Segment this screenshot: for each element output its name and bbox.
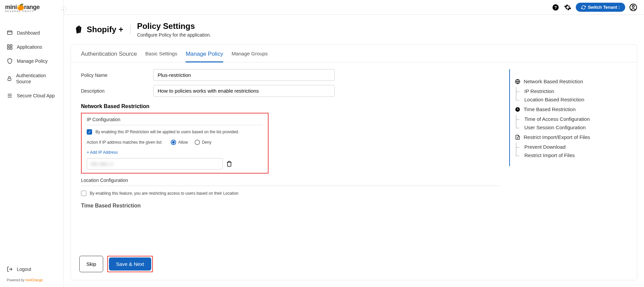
tab-manage-policy[interactable]: Manage Policy [186, 51, 223, 62]
svg-text:?: ? [554, 5, 557, 10]
side-nav-ip-restriction[interactable]: IP Restriction [519, 87, 630, 95]
ip-enable-text: By enabling this IP Restriction will be … [95, 130, 239, 134]
page-title: Policy Settings [137, 21, 211, 31]
side-nav-time-access[interactable]: Time of Access Configuration [519, 115, 630, 123]
clock-icon [515, 107, 520, 112]
svg-rect-2 [10, 45, 12, 47]
tabs: Authentication Source Basic Settings Man… [71, 45, 637, 62]
applications-icon [7, 44, 13, 50]
footer-buttons: Skip Save & Next [78, 254, 155, 274]
save-next-highlight: Save & Next [107, 256, 153, 272]
network-section-title: Network Based Restriction [81, 103, 499, 109]
globe-icon [515, 79, 520, 84]
logout-icon [7, 266, 13, 272]
tab-auth-source[interactable]: Authentication Source [81, 51, 137, 62]
radio-deny[interactable]: Deny [195, 140, 211, 145]
side-nav-time[interactable]: Time Based Restriction [510, 104, 630, 115]
side-nav-import-export[interactable]: Restrict Import/Export of Files [510, 132, 630, 143]
skip-button[interactable]: Skip [79, 256, 103, 272]
side-nav: Network Based Restriction IP Restriction… [509, 69, 637, 166]
page-subtitle: Configure Policy for the application. [137, 32, 211, 38]
time-section-title: Time Based Restriction [81, 203, 499, 209]
side-nav-location-restriction[interactable]: Location Based Restriction [519, 95, 630, 104]
sidebar-footer: Logout Powered by miniOrange [0, 258, 64, 287]
powered-link[interactable]: miniOrange [26, 278, 43, 282]
form-main: Policy Name Description Network Based Re… [71, 62, 509, 280]
account-icon[interactable] [629, 3, 637, 11]
side-nav-network[interactable]: Network Based Restriction [510, 76, 630, 87]
policy-name-input[interactable] [153, 69, 335, 81]
logo: mini🍊range REVERSE PROXY [0, 0, 64, 16]
description-input[interactable] [153, 85, 335, 97]
svg-point-9 [632, 5, 634, 7]
svg-rect-3 [7, 48, 9, 49]
ip-config-title: IP Configuration [87, 117, 263, 125]
app-title: Shopify + [74, 25, 130, 34]
radio-allow[interactable]: Allow [171, 140, 188, 145]
tab-manage-groups[interactable]: Manage Groups [232, 51, 268, 62]
side-nav-prevent-download[interactable]: Prevent Download [519, 143, 630, 151]
ip-enable-checkbox[interactable]: ✓ [87, 129, 92, 135]
help-icon[interactable]: ? [552, 3, 560, 11]
topbar: ? Switch Tenant : [64, 0, 644, 15]
file-icon [515, 135, 520, 140]
svg-rect-4 [10, 48, 12, 49]
sidebar-item-applications[interactable]: Applications [0, 40, 64, 54]
logout-button[interactable]: Logout [7, 264, 57, 275]
app-name: Shopify + [87, 25, 123, 34]
svg-rect-0 [7, 31, 12, 35]
tab-basic-settings[interactable]: Basic Settings [145, 51, 177, 62]
location-enable-checkbox[interactable] [81, 191, 86, 196]
shopify-icon [74, 25, 83, 34]
sidebar-item-auth-source[interactable]: Authentication Source [0, 68, 64, 89]
dashboard-icon [7, 30, 13, 36]
collapse-sidebar-button[interactable]: ‹ [61, 7, 66, 12]
logo-part1: mini [5, 4, 17, 10]
main: ? Switch Tenant : Shopify + Policy Setti… [64, 0, 644, 287]
side-nav-user-session[interactable]: User Session Configuration [519, 123, 630, 132]
delete-ip-icon[interactable] [226, 161, 232, 167]
content-card: Authentication Source Basic Settings Man… [71, 44, 637, 280]
svg-rect-1 [7, 45, 9, 47]
sidebar-item-secure-cloud[interactable]: Secure Cloud App [0, 89, 64, 103]
sidebar: mini🍊range REVERSE PROXY ‹ Dashboard App… [0, 0, 64, 287]
ip-config-highlight: IP Configuration ✓ By enabling this IP R… [81, 113, 269, 174]
sidebar-item-dashboard[interactable]: Dashboard [0, 26, 64, 40]
add-ip-link[interactable]: + Add IP Address [87, 150, 263, 155]
save-next-button[interactable]: Save & Next [109, 257, 151, 271]
logo-part2: range [24, 4, 40, 10]
ip-address-input[interactable]: 192.168.1.1 [87, 158, 223, 170]
list-icon [7, 93, 13, 99]
page-header: Shopify + Policy Settings Configure Poli… [64, 15, 644, 44]
location-enable-text: By enabling this feature, you are restri… [90, 191, 238, 196]
action-label: Action if IP address matches the given l… [87, 140, 162, 145]
powered-by: Powered by miniOrange [7, 278, 57, 282]
sidebar-item-manage-policy[interactable]: Manage Policy [0, 54, 64, 68]
description-label: Description [81, 88, 153, 94]
lock-icon [7, 76, 12, 82]
svg-rect-5 [8, 78, 11, 81]
settings-icon[interactable] [564, 3, 572, 11]
location-config-title: Location Configuration [81, 178, 499, 186]
refresh-icon [581, 5, 586, 10]
policy-name-label: Policy Name [81, 73, 153, 78]
side-nav-restrict-import[interactable]: Restrict Import of Files [519, 151, 630, 159]
logo-subtitle: REVERSE PROXY [5, 10, 40, 12]
switch-tenant-button[interactable]: Switch Tenant : [576, 3, 625, 12]
sidebar-nav: Dashboard Applications Manage Policy Aut… [0, 16, 64, 258]
shield-icon [7, 58, 13, 64]
